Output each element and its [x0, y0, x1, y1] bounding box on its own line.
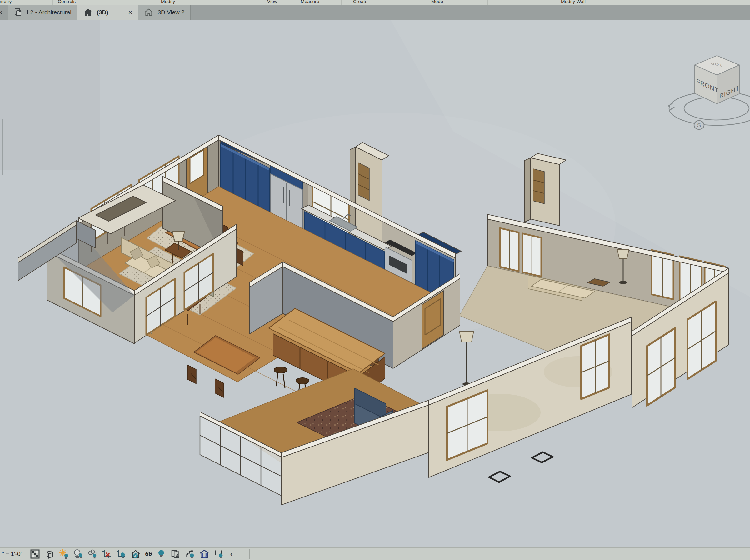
- compass-south-label: S: [697, 122, 701, 128]
- tab-scroll-left-icon[interactable]: ‹: [0, 5, 8, 20]
- reveal-hidden-elements-icon[interactable]: [156, 549, 166, 559]
- home-icon: [83, 8, 93, 17]
- document-icon: [14, 8, 23, 17]
- ribbon-panel-view[interactable]: View: [267, 0, 278, 4]
- crop-view-icon[interactable]: [102, 549, 112, 559]
- crop-region-icon[interactable]: [116, 549, 126, 559]
- sun-path-icon[interactable]: [59, 549, 69, 559]
- view-scale[interactable]: " = 1'-0": [2, 551, 22, 558]
- tab-3d-view-2[interactable]: 3D View 2: [138, 5, 190, 20]
- tab-3d-active[interactable]: (3D) ×: [78, 5, 138, 20]
- save-orientation-icon[interactable]: [130, 549, 141, 559]
- temporary-view-properties-icon[interactable]: [170, 549, 181, 559]
- visual-style-icon[interactable]: [44, 549, 54, 559]
- tab-label: 3D View 2: [158, 9, 184, 16]
- ribbon-panel-controls[interactable]: Controls: [58, 0, 76, 4]
- ribbon-panel-modify[interactable]: Modify: [161, 0, 175, 4]
- shadows-icon[interactable]: [73, 549, 83, 559]
- view-tab-bar: ‹ L2 - Architectural (3D) × 3D View 2: [0, 5, 750, 20]
- reveal-constraints-icon[interactable]: [214, 549, 224, 559]
- ribbon-panel-modify-wall[interactable]: Modify Wall: [561, 0, 586, 4]
- detail-level-icon[interactable]: [30, 549, 40, 559]
- tab-label: (3D): [97, 9, 108, 16]
- ribbon-strip: Geometry Controls Modify View Measure Cr…: [0, 0, 750, 5]
- bar-divider: [249, 549, 250, 559]
- view-control-bar: " = 1'-0": [0, 547, 750, 560]
- ribbon-panel-geometry[interactable]: Geometry: [0, 0, 12, 4]
- ribbon-panel-measure[interactable]: Measure: [301, 0, 319, 4]
- viewcube-south-marker: S: [694, 121, 704, 129]
- tab-label: L2 - Architectural: [27, 9, 72, 16]
- analytical-model-icon[interactable]: [185, 549, 195, 559]
- model-viewport[interactable]: S FRONT RIGHT TOP: [0, 0, 750, 560]
- ribbon-panel-create[interactable]: Create: [353, 0, 367, 4]
- home-icon: [144, 8, 154, 17]
- ribbon-panel-mode[interactable]: Mode: [431, 0, 443, 4]
- tab-l2-architectural[interactable]: L2 - Architectural: [8, 5, 78, 20]
- displacement-sets-icon[interactable]: [199, 549, 209, 559]
- collapse-chevron-icon[interactable]: ‹: [230, 550, 232, 558]
- temporary-hide-isolate-icon[interactable]: 66: [145, 550, 152, 558]
- tab-close-icon[interactable]: ×: [128, 9, 133, 16]
- render-icon[interactable]: [87, 549, 98, 559]
